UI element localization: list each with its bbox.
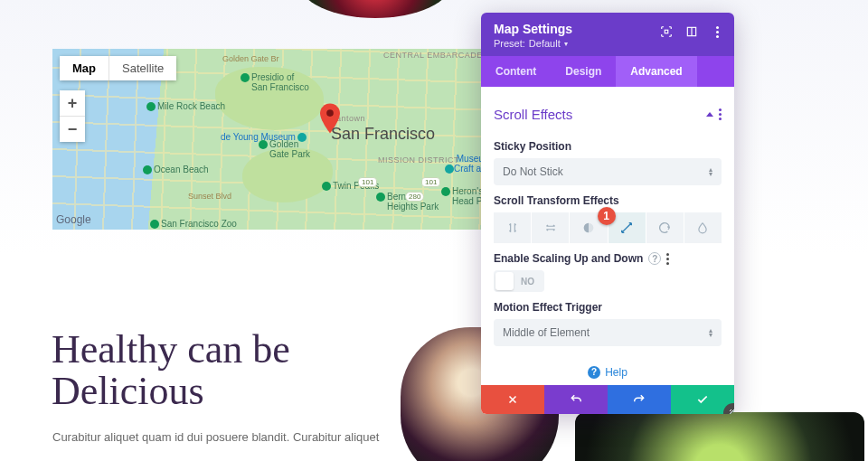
- select-caret-icon: ▴▾: [709, 167, 712, 176]
- label-scroll-transform: Scroll Transform Effects: [494, 194, 722, 207]
- expand-icon[interactable]: [656, 22, 676, 42]
- tab-design[interactable]: Design: [551, 56, 616, 87]
- page-body-text: Curabitur aliquet quam id dui posuere bl…: [52, 428, 414, 447]
- callout-badge: 1: [598, 207, 616, 225]
- zoom-out-button[interactable]: −: [60, 117, 85, 142]
- select-sticky-position[interactable]: Do Not Stick ▴▾: [494, 158, 722, 185]
- help-icon[interactable]: ?: [648, 252, 661, 265]
- help-circle-icon: ?: [588, 366, 600, 379]
- effect-blur[interactable]: [684, 212, 722, 243]
- google-map[interactable]: Presidio of San Francisco Mile Rock Beac…: [52, 49, 482, 230]
- effect-button-row: 1: [494, 212, 722, 243]
- effect-rotate[interactable]: [646, 212, 684, 243]
- neigh-mission: Mission District: [378, 155, 459, 165]
- road-sunset: Sunset Blvd: [188, 192, 231, 201]
- page-background: Presidio of San Francisco Mile Rock Beac…: [0, 0, 868, 461]
- map-city-label: San Francisco: [331, 125, 435, 144]
- field-more-icon[interactable]: [666, 253, 669, 265]
- chevron-up-icon: [706, 112, 713, 117]
- cancel-button[interactable]: [481, 385, 544, 414]
- map-zoom-controls: + −: [60, 90, 85, 142]
- label-enable-scaling: Enable Scaling Up and Down ?: [494, 252, 722, 265]
- effect-scale[interactable]: 1: [608, 212, 646, 243]
- page-headline: Healthy can be Delicious: [52, 329, 413, 412]
- road-ggb: Golden Gate Br: [222, 54, 279, 63]
- help-link[interactable]: ? Help: [588, 366, 627, 379]
- label-sticky-position: Sticky Position: [494, 140, 722, 153]
- preset-label: Preset:: [494, 38, 525, 49]
- tab-advanced[interactable]: Advanced: [616, 56, 696, 87]
- help-row: ? Help: [494, 346, 722, 379]
- map-type-map[interactable]: Map: [60, 56, 108, 80]
- toggle-knob: [495, 272, 514, 290]
- poi-sfzoo: San Francisco Zoo: [150, 219, 237, 229]
- settings-panel: Map Settings Preset: Default ▾ Content D…: [481, 13, 734, 414]
- route-shield-i280: 280: [405, 192, 424, 202]
- tab-content[interactable]: Content: [481, 56, 551, 87]
- panel-header[interactable]: Map Settings Preset: Default ▾: [481, 13, 734, 56]
- section-title: Scroll Effects: [494, 107, 572, 122]
- chevron-down-icon: ▾: [564, 40, 568, 48]
- route-shield-101a: 101: [358, 177, 377, 187]
- preset-value: Default: [529, 38, 561, 49]
- panel-tabs: Content Design Advanced: [481, 56, 734, 87]
- map-type-switch: Map Satellite: [60, 56, 176, 80]
- select-caret-icon: ▴▾: [709, 328, 712, 337]
- more-icon[interactable]: [707, 22, 727, 42]
- zoom-in-button[interactable]: +: [60, 90, 85, 116]
- food-image-bowl: [575, 412, 864, 461]
- map-type-satellite[interactable]: Satellite: [109, 56, 176, 80]
- poi-deyoung: de Young Museum: [221, 132, 307, 142]
- poi-oceanbeach: Ocean Beach: [143, 165, 209, 174]
- route-shield-101b: 101: [421, 177, 440, 187]
- poi-milerock: Mile Rock Beach: [146, 101, 225, 111]
- google-logo: Google: [56, 213, 91, 226]
- svg-rect-1: [665, 30, 668, 33]
- select-motion-trigger[interactable]: Middle of Element ▴▾: [494, 319, 722, 346]
- panel-footer: [481, 385, 734, 414]
- section-scroll-effects[interactable]: Scroll Effects: [494, 90, 722, 131]
- label-motion-trigger: Motion Effect Trigger: [494, 301, 722, 314]
- undo-button[interactable]: [544, 385, 608, 414]
- select-value: Middle of Element: [503, 326, 590, 339]
- select-value: Do Not Stick: [503, 165, 563, 178]
- redo-button[interactable]: [608, 385, 671, 414]
- toggle-enable-scaling[interactable]: NO: [494, 270, 544, 292]
- hero-food-image: [298, 0, 452, 18]
- snap-icon[interactable]: [682, 22, 702, 42]
- svg-point-0: [326, 109, 334, 117]
- section-more-icon[interactable]: [719, 108, 722, 120]
- effect-horizontal-motion[interactable]: [531, 212, 569, 243]
- poi-presidio: Presidio of San Francisco: [241, 72, 309, 92]
- panel-body: Scroll Effects Sticky Position Do Not St…: [481, 87, 734, 385]
- poi-herons: Heron's Head Pa: [441, 186, 483, 206]
- toggle-label: NO: [521, 277, 534, 287]
- effect-vertical-motion[interactable]: [494, 212, 531, 243]
